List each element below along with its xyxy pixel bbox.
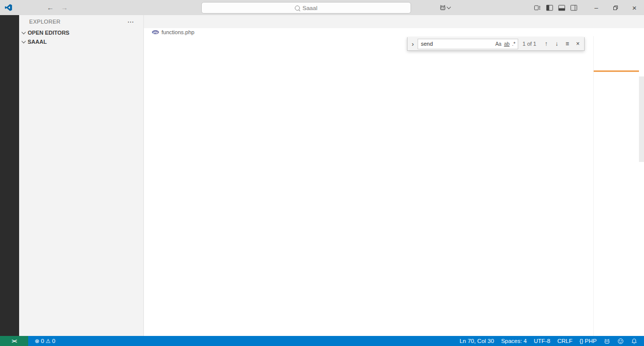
title-bar-right: – × [439,0,644,15]
close-find-button[interactable]: × [574,40,582,47]
php-file-icon: php [152,30,159,34]
chevron-down-icon [447,5,451,9]
next-match-button[interactable]: ↓ [552,40,561,47]
workbench: EXPLORER ⋯ OPEN EDITORS SAAAL php functi… [0,15,644,336]
activity-bar [0,15,19,336]
error-icon: ⊗ [35,338,39,344]
find-widget: › send Aa ab .* 1 of 1 ↑ ↓ ≡ × [407,37,585,51]
window-controls: – × [587,0,644,15]
language-mode-status[interactable]: {}PHP [576,338,600,344]
close-window-button[interactable]: × [625,0,644,15]
editor-group: php functions.php › send Aa ab .* [144,15,644,336]
previous-match-button[interactable]: ↑ [542,40,550,47]
forward-arrow-icon[interactable]: → [61,4,68,12]
command-center-search[interactable]: Saaal [201,2,411,14]
encoding-status[interactable]: UTF-8 [530,338,554,344]
vscode-logo-icon[interactable] [5,4,13,12]
problems-status[interactable]: ⊗ 0 ⚠ 0 [31,338,59,344]
notifications-bell-icon[interactable] [627,338,641,344]
regex-icon[interactable]: .* [512,41,516,47]
history-nav: ← → [47,4,68,12]
back-arrow-icon[interactable]: ← [47,4,54,12]
editor[interactable]: › send Aa ab .* 1 of 1 ↑ ↓ ≡ × [144,36,644,336]
title-bar: ← → Saaal – [0,0,644,15]
search-icon [295,6,300,11]
minimap-match-marker [594,70,639,72]
minimize-button[interactable]: – [587,0,606,15]
remote-indicator[interactable]: >< [0,336,28,346]
warning-icon: ⚠ [46,338,51,344]
toggle-sidebar-button[interactable] [543,0,555,15]
minimap[interactable] [594,36,639,336]
find-results-count: 1 of 1 [522,41,536,47]
cursor-position-status[interactable]: Ln 70, Col 30 [456,338,497,344]
whole-word-icon[interactable]: ab [504,41,510,47]
indentation-status[interactable]: Spaces: 4 [498,338,530,344]
match-case-icon[interactable]: Aa [495,41,501,47]
feedback-smiley-icon[interactable] [614,338,627,344]
find-in-selection-button[interactable]: ≡ [563,40,572,47]
vertical-scrollbar[interactable] [639,76,644,162]
chevron-down-icon [22,39,26,43]
folder-header[interactable]: SAAAL [19,37,143,46]
status-bar: >< ⊗ 0 ⚠ 0 Ln 70, Col 30 Spaces: 4 UTF-8… [0,336,644,346]
restore-button[interactable] [606,0,625,15]
explorer-more-actions-icon[interactable]: ⋯ [127,18,134,26]
explorer-sidebar: EXPLORER ⋯ OPEN EDITORS SAAAL [19,15,144,336]
find-query-text: send [421,41,493,47]
customize-layout-button[interactable] [531,0,543,15]
open-editors-header[interactable]: OPEN EDITORS [19,28,143,37]
chevron-down-icon [22,30,26,34]
pets-status-icon[interactable] [600,338,614,344]
find-toggle-replace-chevron[interactable]: › [410,40,416,48]
pets-menu-button[interactable] [439,0,451,15]
explorer-title: EXPLORER ⋯ [19,15,143,28]
toggle-panel-button[interactable] [555,0,568,15]
toggle-secondary-sidebar-button[interactable] [568,0,580,15]
vscode-window: ← → Saaal – [0,0,644,346]
find-input[interactable]: send Aa ab .* [418,39,518,49]
eol-status[interactable]: CRLF [554,338,576,344]
tab-bar [144,15,644,28]
command-center-text: Saaal [302,5,317,11]
breadcrumb[interactable]: php functions.php [144,28,644,36]
